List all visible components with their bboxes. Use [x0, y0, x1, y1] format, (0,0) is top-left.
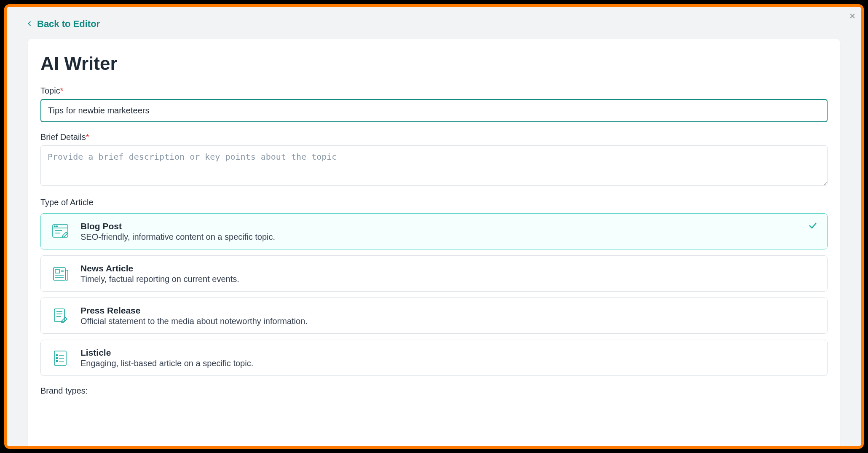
svg-point-2	[54, 226, 55, 227]
option-desc: SEO-friendly, informative content on a s…	[80, 232, 819, 242]
listicle-icon	[49, 347, 71, 369]
back-link-label: Back to Editor	[37, 19, 100, 29]
back-to-editor-link[interactable]: Back to Editor	[7, 7, 100, 39]
type-of-article-label: Type of Article	[40, 198, 828, 207]
topic-input[interactable]	[40, 99, 828, 122]
svg-point-3	[56, 226, 57, 227]
option-title: News Article	[80, 263, 819, 273]
ai-writer-card: AI Writer Topic* Brief Details*	[28, 39, 840, 446]
main-scroll[interactable]: Back to Editor AI Writer Topic* Brief De…	[7, 7, 861, 446]
news-article-icon	[49, 263, 71, 284]
svg-point-20	[56, 357, 57, 359]
brand-types-label: Brand types:	[40, 386, 828, 396]
option-title: Press Release	[80, 306, 819, 316]
press-release-icon	[49, 305, 71, 327]
option-title: Listicle	[80, 348, 819, 358]
svg-rect-7	[65, 270, 68, 280]
svg-point-18	[56, 354, 57, 356]
topic-label: Topic*	[40, 86, 828, 96]
chevron-left-icon	[26, 19, 33, 29]
option-title: Blog Post	[80, 221, 819, 231]
close-icon[interactable]: ×	[849, 11, 855, 21]
article-type-news-article[interactable]: News Article Timely, factual reporting o…	[40, 255, 828, 292]
check-icon	[808, 220, 818, 232]
brief-details-input[interactable]	[40, 145, 828, 186]
article-type-listicle[interactable]: Listicle Engaging, list-based article on…	[40, 340, 828, 376]
option-desc: Timely, factual reporting on current eve…	[80, 274, 819, 284]
svg-point-22	[56, 360, 57, 362]
page-title: AI Writer	[40, 53, 828, 74]
svg-rect-8	[55, 270, 59, 273]
brief-details-label: Brief Details*	[40, 132, 828, 142]
article-type-press-release[interactable]: Press Release Official statement to the …	[40, 298, 828, 334]
article-type-blog-post[interactable]: Blog Post SEO-friendly, informative cont…	[40, 213, 828, 249]
blog-post-icon	[49, 220, 71, 242]
option-desc: Engaging, list-based article on a specif…	[80, 359, 819, 368]
option-desc: Official statement to the media about no…	[80, 316, 819, 326]
